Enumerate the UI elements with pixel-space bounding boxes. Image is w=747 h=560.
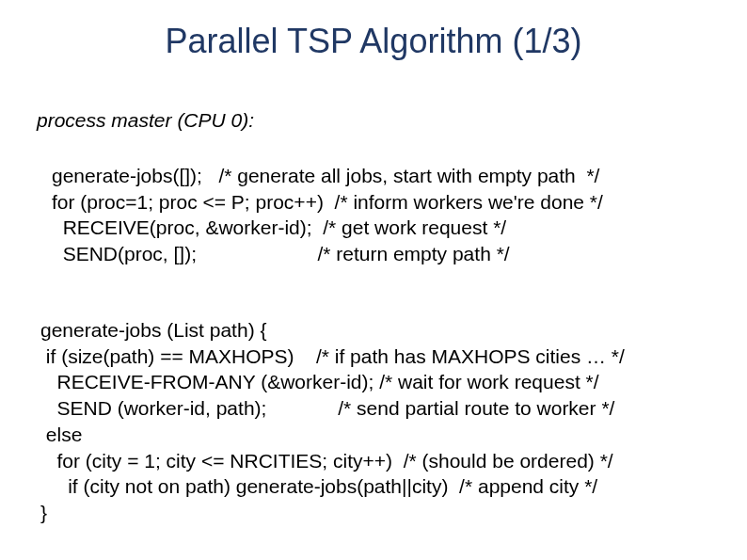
code-line: generate-jobs (List path) {: [40, 319, 266, 341]
code-line: SEND(proc, []); /* return empty path */: [52, 243, 510, 264]
code-line: if (size(path) == MAXHOPS) /* if path ha…: [40, 345, 625, 367]
code-block-2: generate-jobs (List path) { if (size(pat…: [40, 317, 625, 526]
code-line: }: [40, 502, 47, 523]
slide-title: Parallel TSP Algorithm (1/3): [0, 22, 747, 61]
code-line: for (proc=1; proc <= P; proc++) /* infor…: [52, 191, 603, 213]
code-line: else: [40, 424, 82, 445]
code-line: SEND (worker-id, path); /* send partial …: [40, 397, 614, 419]
code-line: generate-jobs([]); /* generate all jobs,…: [52, 165, 599, 186]
code-line: RECEIVE-FROM-ANY (&worker-id); /* wait f…: [40, 371, 599, 392]
slide-subtitle: process master (CPU 0):: [37, 109, 254, 132]
code-line: if (city not on path) generate-jobs(path…: [40, 475, 597, 497]
code-block-1: generate-jobs([]); /* generate all jobs,…: [52, 163, 603, 267]
code-line: RECEIVE(proc, &worker-id); /* get work r…: [52, 216, 506, 238]
code-line: for (city = 1; city <= NRCITIES; city++)…: [40, 450, 613, 472]
